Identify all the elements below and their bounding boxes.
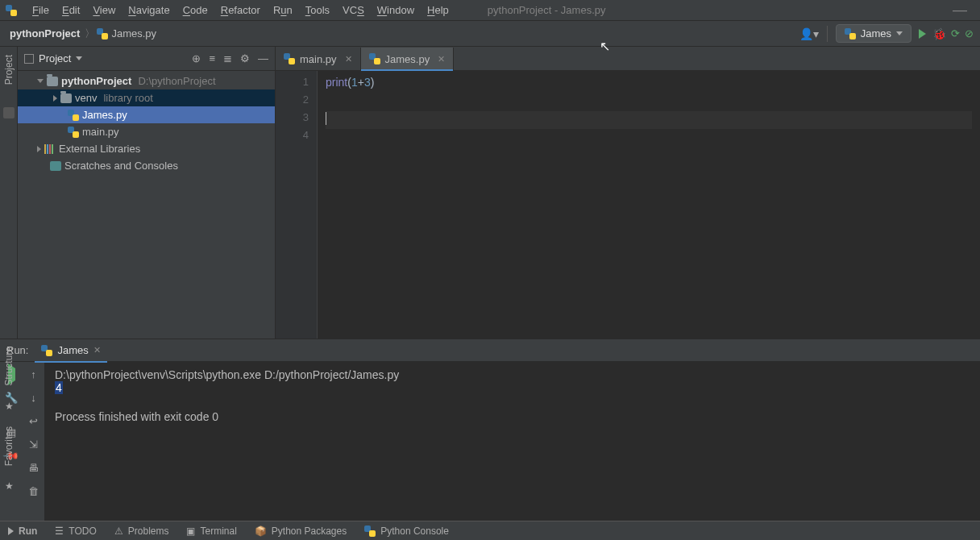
side-tab-project[interactable]: Project [2, 50, 16, 89]
python-file-icon [68, 110, 79, 121]
editor-area: main.py ✕ James.py ✕ 1 2 3 4 print(1+3) [276, 47, 980, 339]
expand-icon [37, 79, 44, 83]
menu-edit[interactable]: Edit [56, 4, 86, 16]
footer-todo[interactable]: ☰TODO [55, 525, 96, 537]
project-view-icon [24, 54, 34, 64]
debug-button[interactable]: 🐞 [932, 27, 946, 40]
left-tool-strip: Project [0, 47, 18, 339]
project-panel-header: Project ⊕ ≡ ≣ ⚙ — [18, 47, 275, 71]
scroll-to-end-icon[interactable]: ⇲ [29, 438, 38, 451]
footer-pyconsole[interactable]: Python Console [364, 525, 449, 537]
footer-problems[interactable]: ⚠Problems [114, 525, 169, 537]
locate-icon[interactable]: ⊕ [192, 52, 201, 64]
run-console[interactable]: D:\pythonProject\venv\Scripts\python.exe… [45, 362, 980, 521]
menu-code[interactable]: Code [176, 4, 214, 16]
menu-view[interactable]: View [86, 4, 122, 16]
project-panel: Project ⊕ ≡ ≣ ⚙ — pythonProject D:\pytho… [18, 47, 276, 339]
breadcrumb-file-label: James.py [111, 27, 156, 39]
editor-tabs: main.py ✕ James.py ✕ [276, 47, 980, 71]
project-title: Project [39, 52, 71, 64]
folder-icon [47, 77, 58, 86]
menu-window[interactable]: Window [371, 4, 421, 16]
menu-navigate[interactable]: Navigate [122, 4, 176, 16]
tree-file-main[interactable]: main.py [18, 123, 275, 140]
profile-button[interactable]: ⊘ [965, 27, 974, 39]
menu-help[interactable]: Help [421, 4, 455, 16]
coverage-button[interactable]: ⟳ [951, 27, 960, 39]
console-cmd: D:\pythonProject\venv\Scripts\python.exe… [55, 368, 970, 381]
tree-file-label: James.py [82, 109, 127, 121]
toolbar-divider [827, 26, 828, 42]
left-strip-lower: Structure ★ Favorites ★ [0, 347, 18, 492]
tree-venv[interactable]: venv library root [18, 89, 275, 106]
run-tab[interactable]: James ✕ [35, 342, 106, 359]
expand-all-icon[interactable]: ≡ [209, 52, 215, 64]
menu-refactor[interactable]: Refactor [214, 4, 267, 16]
menu-bar: File Edit View Navigate Code Refactor Ru… [0, 0, 980, 21]
footer-run[interactable]: Run [8, 525, 37, 537]
code-line-current [326, 111, 972, 129]
menu-tools[interactable]: Tools [299, 4, 336, 16]
tab-james[interactable]: James.py ✕ [361, 48, 455, 70]
project-tree: pythonProject D:\pythonProject venv libr… [18, 71, 275, 339]
footer-label: Terminal [200, 525, 236, 537]
run-tool-window: Run: James ✕ 🔧 ▤ 📌 ↑ ↓ ↩ ⇲ 🖶 🗑 [0, 339, 980, 521]
menu-vcs[interactable]: VCS [336, 4, 371, 16]
side-tab-structure[interactable]: Structure [3, 347, 15, 386]
close-run-tab-icon[interactable]: ✕ [93, 345, 101, 355]
run-config-label: James [861, 27, 891, 39]
tab-label: James.py [385, 53, 430, 65]
settings-icon[interactable]: ⚙ [240, 52, 250, 64]
python-file-icon [284, 53, 295, 64]
code-text[interactable]: print(1+3) [318, 71, 980, 339]
lineno: 3 [276, 111, 309, 129]
lineno: 1 [276, 76, 309, 93]
collapse-all-icon[interactable]: ≣ [223, 52, 232, 64]
menu-run[interactable]: Run [267, 4, 299, 16]
tree-venv-label: venv [75, 92, 97, 104]
breadcrumb-file[interactable]: James.py [97, 27, 156, 39]
project-header-label[interactable]: Project [24, 52, 82, 64]
footer-packages[interactable]: 📦Python Packages [255, 525, 347, 537]
tree-scratches[interactable]: Scratches and Consoles [18, 157, 275, 174]
clear-all-icon[interactable]: 🗑 [28, 485, 39, 497]
close-tab-icon[interactable]: ✕ [345, 54, 352, 64]
close-tab-icon[interactable]: ✕ [438, 54, 445, 64]
footer-terminal[interactable]: ▣Terminal [186, 525, 236, 537]
side-tab-icon[interactable] [3, 107, 15, 118]
footer-label: Python Console [380, 525, 449, 537]
tree-root-path: D:\pythonProject [138, 75, 215, 87]
run-config-selector[interactable]: James [836, 24, 911, 43]
tree-project-root[interactable]: pythonProject D:\pythonProject [18, 73, 275, 89]
tree-external-libs[interactable]: External Libraries [18, 140, 275, 157]
menu-file[interactable]: File [26, 4, 56, 16]
scroll-down-icon[interactable]: ↓ [31, 392, 36, 404]
footer-run-label: Run [19, 525, 37, 537]
run-tab-label: James [57, 344, 88, 356]
scroll-up-icon[interactable]: ↑ [31, 368, 36, 380]
tab-main[interactable]: main.py ✕ [276, 48, 361, 70]
navigation-bar: pythonProject 〉 James.py 👤▾ James 🐞 ⟳ ⊘ [0, 21, 980, 47]
user-icon[interactable]: 👤▾ [799, 27, 819, 40]
window-title: pythonProject - James.py [488, 4, 606, 16]
play-icon [8, 527, 14, 535]
breadcrumb-root[interactable]: pythonProject [6, 27, 83, 39]
python-file-icon [97, 28, 108, 39]
code-editor[interactable]: 1 2 3 4 print(1+3) [276, 71, 980, 339]
tree-extlib-label: External Libraries [59, 143, 140, 155]
python-icon [41, 345, 52, 356]
print-icon[interactable]: 🖶 [28, 462, 39, 474]
tree-file-james[interactable]: James.py [18, 106, 275, 123]
minimize-icon[interactable]: — [945, 2, 975, 19]
problems-icon: ⚠ [114, 525, 123, 537]
soft-wrap-icon[interactable]: ↩ [29, 415, 38, 427]
footer-label: TODO [69, 525, 96, 537]
token-num: 1 [351, 76, 358, 89]
side-tab-favorites[interactable]: Favorites [3, 426, 15, 466]
expand-icon [53, 95, 57, 102]
tree-root-label: pythonProject [61, 75, 131, 87]
code-line [326, 129, 972, 147]
hide-panel-icon[interactable]: — [258, 52, 268, 64]
run-button[interactable] [916, 28, 928, 39]
breadcrumb-sep-icon: 〉 [83, 27, 97, 41]
